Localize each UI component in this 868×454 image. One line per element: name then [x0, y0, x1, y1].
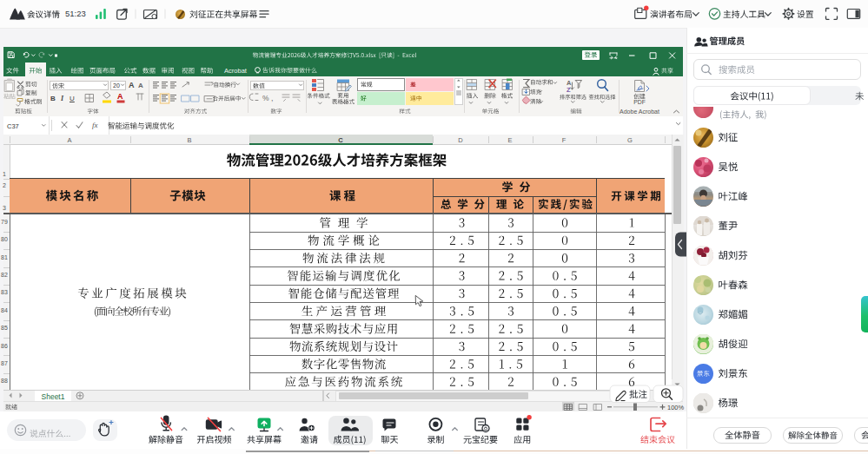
svg-text:Z: Z	[567, 86, 571, 94]
svg-text:%: %	[262, 94, 269, 102]
svg-text:,: ,	[271, 94, 274, 102]
